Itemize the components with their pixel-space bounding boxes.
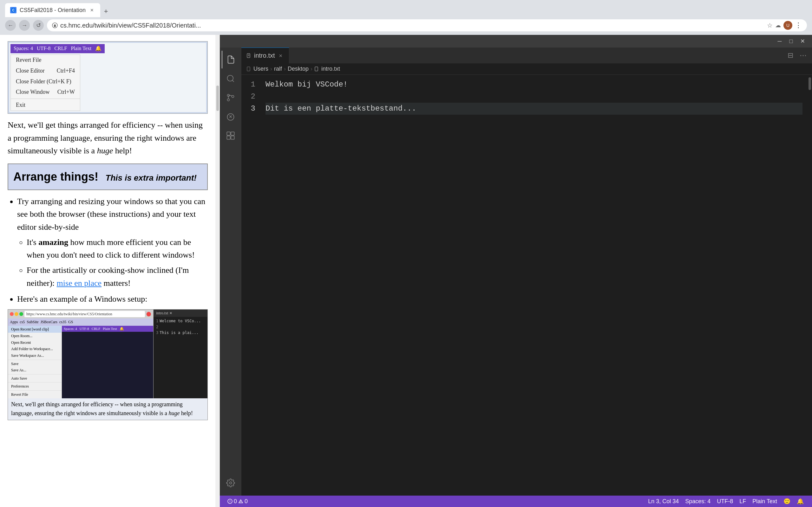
warning-icon (238, 499, 243, 504)
vscode-scrollbar-v[interactable] (808, 75, 812, 496)
breadcrumb-users[interactable]: Users (253, 66, 268, 72)
new-tab-button[interactable]: + (100, 6, 112, 17)
vscode-window-controls: ─ □ ✕ (775, 37, 807, 46)
svg-point-7 (232, 95, 234, 98)
svg-rect-8 (227, 132, 230, 135)
sidebar-icon-source-control[interactable] (222, 89, 240, 107)
status-smiley[interactable]: 🙂 (780, 498, 794, 505)
code-line-1: Welkom bij VSCode! (265, 78, 803, 91)
page-scroll-container[interactable]: Spaces: 4 UTF-8 CRLF Plain Text 🔔 Revert… (0, 35, 215, 507)
embedded-page-body: Open Recent [word clip] Open Room... Ope… (8, 326, 153, 399)
page-body: Spaces: 4 UTF-8 CRLF Plain Text 🔔 Revert… (0, 35, 215, 430)
svg-rect-9 (231, 132, 235, 135)
maximize-icon[interactable]: □ (786, 37, 796, 46)
file-icon (247, 53, 252, 58)
sub-item-2: For the artistically or cooking-show inc… (27, 264, 208, 290)
warning-count: 0 (245, 498, 248, 505)
vscode-body: intro.txt ✕ ⊟ ⋯ Users › ralf (220, 48, 812, 496)
vscode-editor-area: intro.txt ✕ ⊟ ⋯ Users › ralf (241, 48, 812, 496)
back-button[interactable]: ← (5, 20, 16, 31)
vscode-activity-bar (220, 48, 241, 496)
browser-menu-icon[interactable]: ⋮ (795, 21, 802, 30)
embedded-caption-italic: huge (168, 410, 180, 416)
menu-screenshot-container: Spaces: 4 UTF-8 CRLF Plain Text 🔔 Revert… (8, 41, 208, 114)
file-breadcrumb-icon (247, 66, 252, 72)
forward-button[interactable]: → (19, 20, 30, 31)
error-icon (227, 499, 233, 504)
sidebar-icon-files[interactable] (222, 51, 240, 68)
svg-text:C: C (12, 9, 14, 12)
embedded-menu-panel: Open Recent [word clip] Open Room... Ope… (8, 326, 62, 399)
status-encoding[interactable]: UTF-8 (714, 498, 736, 505)
svg-point-12 (230, 482, 232, 484)
vscode-breadcrumb: Users › ralf › Desktop › intro.txt (241, 63, 812, 75)
vscode-tab-bar: intro.txt ✕ ⊟ ⋯ (241, 48, 812, 63)
embedded-code-line1: Welcome to VSCo... (159, 318, 201, 324)
arrange-title: Arrange things! (13, 170, 98, 183)
minimize-icon[interactable]: ─ (775, 37, 784, 46)
embedded-browser-chrome: https://www.cs.hmc.edu/twiki/bin/view/CS… (8, 309, 153, 319)
line-number-1: 1 (241, 78, 260, 91)
arrange-subtitle: This is extra important! (106, 173, 197, 182)
more-actions-icon[interactable]: ⋯ (798, 50, 808, 60)
vscode-code-area: 1 2 3 Welkom bij VSCode! (241, 75, 812, 496)
status-line-ending[interactable]: LF (736, 498, 749, 505)
sidebar-icon-debug[interactable] (222, 108, 240, 125)
embedded-vscode-half: intro.txt ✕ 1Welcome to VSCo... 2 3This … (154, 309, 207, 398)
vscode-tab-close-button[interactable]: ✕ (277, 53, 284, 59)
vscode-statusbar: 0 0 Ln 3, Col 34 Spaces: 4 UTF-8 LF Plai… (220, 496, 812, 507)
menu-item-close-editor: Close EditorCtrl+F4 (11, 66, 80, 76)
address-text: cs.hmc.edu/twiki/bin/view/CS5Fall2018/Or… (60, 22, 764, 29)
svg-rect-17 (315, 67, 318, 71)
vscode-tab-title: intro.txt (254, 52, 275, 59)
embedded-screenshot: https://www.cs.hmc.edu/twiki/bin/view/CS… (8, 309, 208, 420)
menu-separator (11, 99, 80, 99)
vscode-tab-intro[interactable]: intro.txt ✕ (241, 48, 289, 63)
breadcrumb-ralf[interactable]: ralf (274, 66, 282, 72)
status-line-col[interactable]: Ln 3, Col 34 (645, 498, 682, 505)
app-container: C CS5Fall2018 - Orientation ✕ + ← → ↺ cs… (0, 0, 812, 507)
line-number-2: 2 (241, 91, 260, 103)
sub2-end: matters! (104, 279, 131, 288)
browser-scrollbar[interactable] (215, 35, 220, 507)
code-editor-content[interactable]: Welkom bij VSCode! Dit is een platte-tek… (260, 75, 808, 496)
menu-item-revert: Revert File (11, 55, 80, 66)
address-bar[interactable]: cs.hmc.edu/twiki/bin/view/CS5Fall2018/Or… (47, 19, 807, 32)
mise-en-place-link[interactable]: mise en place (57, 279, 102, 288)
cloud-icon[interactable]: ☁ (775, 22, 781, 29)
bullet-item-2: Here's an example of a Windows setup: (17, 293, 208, 305)
intro-italic: huge (97, 146, 113, 155)
menu-dropdown: Revert File Close EditorCtrl+F4 Close Fo… (10, 55, 80, 111)
status-language[interactable]: Plain Text (749, 498, 780, 505)
vscode-scrollbar-thumb[interactable] (809, 77, 811, 90)
lock-icon (52, 22, 58, 28)
svg-rect-10 (227, 136, 230, 139)
tab-close-button[interactable]: ✕ (89, 7, 95, 13)
status-errors-item[interactable]: 0 0 (225, 498, 250, 505)
embedded-dark-panel: Spaces: 4UTF-8CRLFPlain Text🔔 (62, 326, 153, 399)
status-bell[interactable]: 🔔 (794, 498, 807, 505)
embedded-vscode-tab: intro.txt (156, 310, 168, 316)
breadcrumb-desktop[interactable]: Desktop (288, 66, 309, 72)
sidebar-icon-extensions[interactable] (222, 127, 240, 145)
close-icon[interactable]: ✕ (798, 37, 807, 46)
profile-avatar[interactable]: U (783, 21, 792, 30)
star-icon[interactable]: ☆ (767, 21, 773, 29)
sidebar-icon-settings[interactable] (222, 474, 240, 492)
reload-button[interactable]: ↺ (33, 20, 44, 31)
bullet-item-1: Try arranging and resizing your windows … (17, 195, 208, 290)
breadcrumb-file[interactable]: intro.txt (321, 66, 340, 72)
svg-point-6 (227, 99, 230, 101)
embedded-browser-half: https://www.cs.hmc.edu/twiki/bin/view/CS… (8, 309, 154, 398)
browser-tab-active[interactable]: C CS5Fall2018 - Orientation ✕ (5, 3, 100, 17)
split-editor-icon[interactable]: ⊟ (785, 50, 796, 60)
breadcrumb-sep1: › (270, 66, 272, 72)
breadcrumb-sep3: › (310, 66, 312, 72)
bullet1-text: Try arranging and resizing your windows … (17, 197, 205, 232)
menu-item-close-folder: Close Folder (Ctrl+K F) (11, 76, 80, 87)
status-spaces[interactable]: Spaces: 4 (682, 498, 714, 505)
embedded-caption-text: Next, we'll get things arranged for effi… (11, 401, 183, 416)
statusbar-right: Ln 3, Col 34 Spaces: 4 UTF-8 LF Plain Te… (645, 498, 807, 505)
sidebar-icon-search[interactable] (222, 70, 240, 88)
browser-scrollbar-thumb[interactable] (216, 86, 219, 111)
